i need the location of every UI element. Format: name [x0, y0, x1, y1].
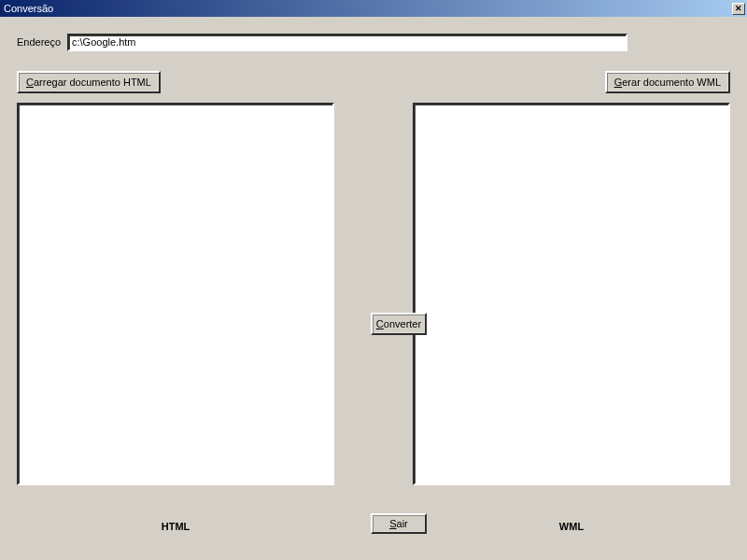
window-title: Conversão: [2, 3, 732, 14]
client-area: Endereço Carregar documento HTML Gerar d…: [0, 17, 747, 560]
button-label-rest: arregar documento HTML: [34, 77, 151, 88]
mnemonic: G: [614, 77, 623, 88]
address-input[interactable]: [67, 34, 627, 51]
wml-panel[interactable]: [413, 103, 730, 485]
button-label-rest: air: [397, 518, 408, 529]
mnemonic: C: [26, 77, 34, 88]
html-label: HTML: [17, 521, 334, 532]
html-panel[interactable]: [17, 103, 334, 485]
panels-container: Converter: [17, 103, 730, 525]
address-label: Endereço: [17, 36, 67, 48]
mnemonic: C: [376, 318, 384, 329]
convert-button[interactable]: Converter: [371, 313, 427, 335]
mnemonic: S: [389, 518, 396, 529]
button-label-rest: onverter: [384, 318, 421, 329]
button-label-rest: erar documento WML: [622, 77, 721, 88]
app-window: Conversão ✕ Endereço Carregar documento …: [0, 0, 747, 560]
wml-label: WML: [413, 521, 730, 532]
titlebar: Conversão ✕: [0, 0, 747, 17]
close-icon[interactable]: ✕: [732, 3, 745, 15]
address-row: Endereço: [17, 33, 730, 51]
generate-wml-button[interactable]: Gerar documento WML: [605, 71, 730, 93]
bottom-row: HTML Sair WML: [17, 513, 730, 536]
load-html-button[interactable]: Carregar documento HTML: [17, 71, 161, 93]
